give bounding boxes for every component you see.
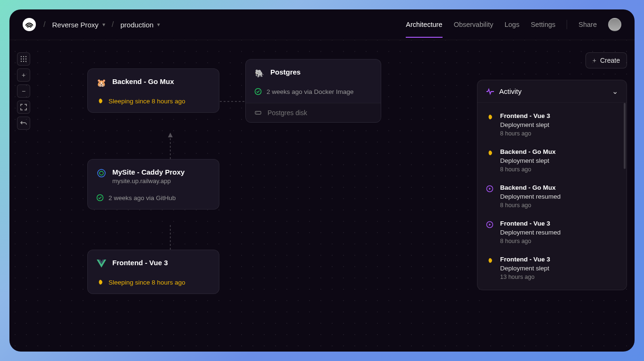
- nav-logs[interactable]: Logs: [504, 21, 519, 28]
- moon-icon: [486, 149, 494, 173]
- crumb-env-label: production: [120, 21, 153, 29]
- node-title: Postgres: [270, 68, 301, 76]
- activity-title: Activity: [499, 87, 522, 95]
- activity-panel: Activity ⌄ Frontend - Vue 3Deployment sl…: [477, 80, 627, 290]
- topbar: / Reverse Proxy ▾ / production ▾ Archite…: [9, 9, 635, 40]
- gopher-icon: 🐹: [96, 77, 107, 88]
- svg-point-3: [21, 59, 22, 59]
- topbar-right: Architecture Observability Logs Settings…: [406, 18, 621, 31]
- avatar[interactable]: [608, 18, 621, 31]
- svg-point-18: [98, 169, 105, 177]
- status-text: 2 weeks ago via Docker Image: [267, 88, 354, 95]
- node-backend[interactable]: 🐹 Backend - Go Mux Sleeping since 8 hour…: [87, 68, 219, 113]
- node-status: Sleeping since 8 hours ago: [96, 278, 210, 286]
- node-postgres[interactable]: 🐘 Postgres 2 weeks ago via Docker Image …: [245, 59, 381, 123]
- node-disk-section[interactable]: Postgres disk: [246, 103, 381, 122]
- activity-name: Backend - Go Mux: [500, 184, 618, 191]
- postgres-icon: 🐘: [254, 68, 265, 78]
- moon-icon: [96, 97, 104, 105]
- logo-icon: [25, 20, 34, 29]
- create-button[interactable]: + Create: [585, 52, 627, 68]
- app-frame: / Reverse Proxy ▾ / production ▾ Archite…: [9, 9, 635, 352]
- svg-marker-12: [168, 133, 173, 137]
- svg-point-7: [23, 61, 24, 62]
- grid-icon: [20, 56, 27, 62]
- activity-header[interactable]: Activity ⌄: [477, 80, 627, 103]
- activity-item[interactable]: Frontend - Vue 3Deployment slept13 hours…: [477, 250, 627, 286]
- nav-share[interactable]: Share: [578, 21, 597, 28]
- caddy-icon: [96, 168, 107, 178]
- node-title: MySite - Caddy Proxy: [112, 168, 184, 176]
- node-status: 2 weeks ago via GitHub: [96, 194, 210, 201]
- plus-icon: +: [593, 57, 596, 64]
- activity-item[interactable]: Backend - Go MuxDeployment slept8 hours …: [477, 143, 627, 178]
- activity-item[interactable]: Frontend - Vue 3Deployment slept8 hours …: [477, 107, 627, 143]
- fullscreen-button[interactable]: [17, 101, 30, 114]
- canvas[interactable]: + − + Create 🐹 Backend - Go Mux Sleeping…: [9, 40, 635, 352]
- breadcrumb: / Reverse Proxy ▾ / production ▾: [43, 20, 160, 29]
- svg-rect-16: [255, 111, 261, 114]
- node-status: Sleeping since 8 hours ago: [96, 97, 210, 105]
- activity-name: Frontend - Vue 3: [500, 112, 618, 119]
- activity-list[interactable]: Frontend - Vue 3Deployment slept8 hours …: [477, 103, 627, 290]
- svg-point-17: [256, 112, 257, 113]
- node-caddy[interactable]: MySite - Caddy Proxy mysite.up.railway.a…: [87, 159, 219, 210]
- expand-icon: [20, 104, 27, 110]
- zoom-in-button[interactable]: +: [17, 68, 30, 82]
- undo-button[interactable]: [17, 117, 30, 130]
- moon-icon: [486, 113, 494, 137]
- activity-desc: Deployment resumed: [500, 193, 618, 200]
- nav-observability[interactable]: Observability: [454, 21, 493, 28]
- activity-item[interactable]: Backend - Go MuxDeployment resumed8 hour…: [477, 178, 627, 214]
- status-text: Sleeping since 8 hours ago: [109, 279, 185, 286]
- chevron-down-icon: ▾: [102, 21, 105, 28]
- activity-time: 8 hours ago: [500, 202, 618, 209]
- check-icon: [96, 194, 104, 201]
- activity-name: Frontend - Vue 3: [500, 220, 618, 227]
- activity-name: Backend - Go Mux: [500, 148, 618, 155]
- activity-desc: Deployment slept: [500, 121, 618, 128]
- activity-time: 8 hours ago: [500, 166, 618, 173]
- undo-icon: [20, 120, 27, 126]
- moon-icon: [96, 278, 104, 286]
- svg-point-8: [25, 61, 26, 62]
- canvas-controls: + −: [17, 52, 30, 130]
- node-title: Frontend - Vue 3: [112, 259, 168, 267]
- node-title: Backend - Go Mux: [112, 77, 174, 85]
- crumb-sep: /: [43, 20, 45, 29]
- activity-item[interactable]: Frontend - Vue 3Deployment resumed8 hour…: [477, 214, 627, 250]
- play-icon: [486, 185, 494, 209]
- pulse-icon: [486, 87, 494, 96]
- crumb-sep: /: [112, 20, 114, 29]
- play-icon: [486, 221, 494, 244]
- svg-point-5: [25, 59, 26, 59]
- moon-icon: [486, 257, 494, 280]
- svg-point-4: [23, 59, 24, 59]
- scrollbar[interactable]: [624, 103, 626, 169]
- crumb-env[interactable]: production ▾: [120, 21, 160, 29]
- logo[interactable]: [23, 18, 36, 31]
- crumb-project-label: Reverse Proxy: [52, 21, 98, 29]
- create-label: Create: [600, 57, 620, 64]
- activity-desc: Deployment resumed: [500, 229, 618, 236]
- check-icon: [254, 88, 262, 95]
- crumb-project[interactable]: Reverse Proxy ▾: [52, 21, 105, 29]
- nav-architecture[interactable]: Architecture: [406, 21, 442, 38]
- activity-time: 8 hours ago: [500, 130, 618, 137]
- status-text: 2 weeks ago via GitHub: [109, 194, 176, 201]
- activity-name: Frontend - Vue 3: [500, 256, 618, 263]
- disk-label: Postgres disk: [268, 109, 307, 117]
- node-subtitle: mysite.up.railway.app: [112, 177, 184, 185]
- separator: [567, 20, 567, 29]
- chevron-down-icon: ⌄: [612, 87, 618, 96]
- node-header: Frontend - Vue 3: [96, 259, 210, 269]
- svg-point-0: [21, 56, 22, 57]
- grid-button[interactable]: [17, 52, 30, 66]
- node-frontend[interactable]: Frontend - Vue 3 Sleeping since 8 hours …: [87, 250, 219, 294]
- svg-point-19: [100, 171, 103, 175]
- zoom-out-button[interactable]: −: [17, 84, 30, 98]
- activity-time: 8 hours ago: [500, 238, 618, 244]
- chevron-down-icon: ▾: [157, 21, 160, 28]
- nav-settings[interactable]: Settings: [531, 21, 555, 28]
- status-text: Sleeping since 8 hours ago: [109, 98, 185, 105]
